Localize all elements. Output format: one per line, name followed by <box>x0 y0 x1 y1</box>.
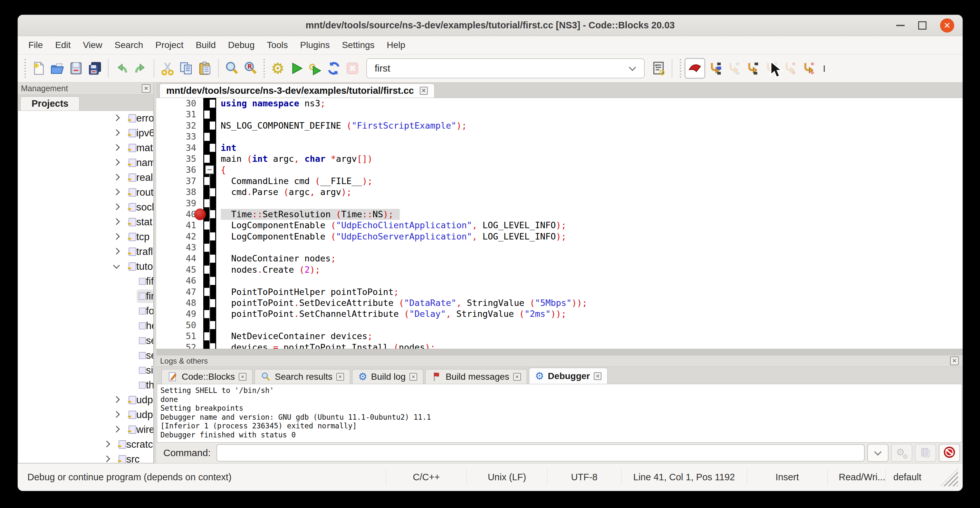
line-number[interactable]: 38 <box>156 186 203 197</box>
close-button[interactable]: ✕ <box>940 18 954 33</box>
close-log-tab-icon[interactable]: ✕ <box>409 373 417 381</box>
tree-item-scratcl[interactable]: scratcl <box>18 437 153 452</box>
tree-item-ipv6[interactable]: ipv6 <box>18 126 153 140</box>
code-line-41[interactable]: 41 LogComponentEnable ("UdpEchoClientApp… <box>156 220 963 231</box>
close-management-icon[interactable]: ✕ <box>142 84 150 93</box>
close-logs-icon[interactable]: ✕ <box>950 357 959 365</box>
toolbar-drag-handle[interactable] <box>262 59 266 78</box>
menu-tools[interactable]: Tools <box>261 36 294 54</box>
marker-margin[interactable] <box>203 109 216 120</box>
chevron-right-icon[interactable] <box>103 455 110 462</box>
code-line-38[interactable]: 38 cmd.Parse (argc, argv); <box>156 186 963 197</box>
tree-item-mat[interactable]: mat <box>18 140 153 155</box>
chevron-right-icon[interactable] <box>113 204 120 210</box>
chevron-right-icon[interactable] <box>113 174 120 180</box>
tree-item-th[interactable]: th <box>18 378 153 393</box>
tree-item-se[interactable]: se <box>18 333 153 348</box>
tree-item-se[interactable]: se <box>18 348 153 363</box>
marker-margin[interactable] <box>203 176 216 186</box>
toolbar-drag-handle[interactable] <box>24 59 27 78</box>
debug-continue-button[interactable] <box>684 58 705 79</box>
line-number[interactable]: 46 <box>156 275 203 286</box>
code-line-50[interactable]: 50 <box>156 320 963 331</box>
line-number[interactable]: 43 <box>156 242 203 253</box>
code-line-42[interactable]: 42 LogComponentEnable ("UdpEchoServerApp… <box>156 231 963 242</box>
chevron-down-icon[interactable] <box>113 262 120 269</box>
step-into-button[interactable] <box>743 58 761 78</box>
menu-plugins[interactable]: Plugins <box>294 36 336 54</box>
line-number[interactable]: 40 <box>156 209 203 220</box>
line-number[interactable]: 39 <box>156 198 203 209</box>
chevron-right-icon[interactable] <box>113 411 120 418</box>
code-line-47[interactable]: 47 PointToPointHelper pointToPoint; <box>156 287 963 298</box>
debugging-windows-button[interactable]: ⚙⚙ <box>891 444 912 462</box>
chevron-right-icon[interactable] <box>113 233 120 240</box>
menu-debug[interactable]: Debug <box>222 36 261 54</box>
code-line-32[interactable]: 32NS_LOG_COMPONENT_DEFINE ("FirstScriptE… <box>156 120 963 131</box>
cut-button[interactable] <box>158 58 177 78</box>
log-tab-code-blocks[interactable]: Code::Blocks✕ <box>161 369 253 384</box>
line-number[interactable]: 37 <box>156 176 203 186</box>
chevron-right-icon[interactable] <box>113 218 120 225</box>
chevron-right-icon[interactable] <box>113 129 120 136</box>
marker-margin[interactable] <box>203 220 216 231</box>
code-editor[interactable]: 30using namespace ns3;3132NS_LOG_COMPONE… <box>156 98 963 349</box>
tree-item-rout[interactable]: rout <box>18 185 153 200</box>
tree-item-nam[interactable]: nam <box>18 155 153 170</box>
find-button[interactable] <box>223 58 241 78</box>
line-number[interactable]: 49 <box>156 309 203 319</box>
tree-item-trafl[interactable]: trafl <box>18 244 153 259</box>
marker-margin[interactable] <box>203 242 216 253</box>
line-number[interactable]: 35 <box>156 153 203 164</box>
line-number[interactable]: 41 <box>156 220 203 231</box>
marker-margin[interactable] <box>203 275 216 286</box>
log-tab-build-log[interactable]: ⚙Build log✕ <box>352 369 423 384</box>
code-line-39[interactable]: 39 <box>156 198 963 209</box>
tree-item-reall[interactable]: reall <box>18 170 153 185</box>
line-number[interactable]: 51 <box>156 331 203 342</box>
line-number[interactable]: 52 <box>156 342 203 349</box>
line-number[interactable]: 32 <box>156 120 203 131</box>
paste-button[interactable] <box>196 58 214 78</box>
menu-settings[interactable]: Settings <box>336 36 380 54</box>
line-number[interactable]: 30 <box>156 98 203 109</box>
log-tab-debugger[interactable]: ⚙Debugger✕ <box>529 368 608 384</box>
replace-button[interactable]: R <box>241 58 260 78</box>
undo-button[interactable] <box>113 58 131 78</box>
log-tab-build-messages[interactable]: Build messages✕ <box>425 369 527 384</box>
abort-button[interactable] <box>343 58 362 78</box>
code-line-33[interactable]: 33 <box>156 131 963 142</box>
save-all-button[interactable] <box>85 58 104 78</box>
chevron-right-icon[interactable] <box>113 426 120 433</box>
next-instruction-button[interactable] <box>780 58 799 78</box>
chevron-right-icon[interactable] <box>113 396 120 403</box>
build-target-combo[interactable]: first <box>366 58 644 78</box>
marker-margin[interactable] <box>203 186 216 197</box>
chevron-right-icon[interactable] <box>103 441 110 447</box>
code-line-51[interactable]: 51 NetDeviceContainer devices; <box>156 331 963 342</box>
next-line-button[interactable] <box>724 58 743 78</box>
editor-tab-first-cc[interactable]: mnt/dev/tools/source/ns-3-dev/examples/t… <box>159 83 434 98</box>
debug-toolbar-overflow-button[interactable] <box>824 65 825 71</box>
line-number[interactable]: 50 <box>156 320 203 331</box>
step-out-button[interactable] <box>761 58 780 78</box>
tree-item-tuto[interactable]: tuto <box>18 259 153 274</box>
menu-search[interactable]: Search <box>108 36 150 54</box>
tree-item-fo[interactable]: fo <box>18 304 153 318</box>
code-line-40[interactable]: 40 Time::SetResolution (Time::NS); <box>156 209 963 220</box>
minimize-button[interactable] <box>896 25 905 26</box>
tree-item-he[interactable]: he <box>18 318 153 333</box>
menu-help[interactable]: Help <box>381 36 412 54</box>
log-tab-search-results[interactable]: Search results✕ <box>255 369 350 384</box>
line-number[interactable]: 47 <box>156 287 203 298</box>
menu-project[interactable]: Project <box>149 36 189 54</box>
editor-hscrollbar[interactable] <box>156 349 963 355</box>
open-file-button[interactable] <box>48 58 67 78</box>
tree-item-fif[interactable]: fif <box>18 274 153 289</box>
tree-item-si[interactable]: si <box>18 363 153 378</box>
marker-margin[interactable] <box>203 131 216 142</box>
rebuild-button[interactable] <box>325 58 343 78</box>
save-file-button[interactable] <box>67 58 85 78</box>
tree-item-src[interactable]: src <box>18 452 153 463</box>
tab-projects[interactable]: Projects <box>20 96 80 111</box>
